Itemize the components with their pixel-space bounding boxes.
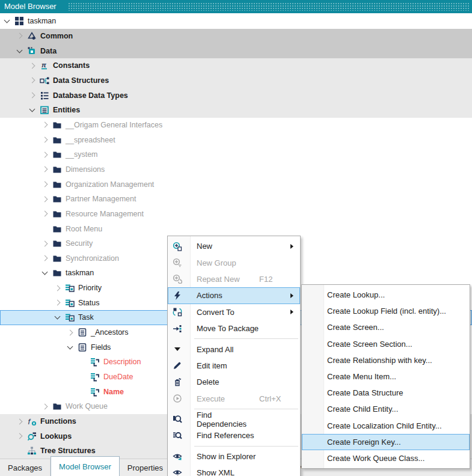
folder-icon bbox=[52, 401, 62, 411]
actions-submenu: Create Lookup...Create Lookup Field (inc… bbox=[301, 284, 470, 469]
submenu-item-label: Create Data Structure bbox=[327, 388, 403, 397]
tree-item-entities[interactable]: Entities bbox=[0, 103, 472, 118]
menu-item-actions[interactable]: Actions bbox=[168, 287, 300, 304]
submenu-item-create-lookup[interactable]: Create Lookup... bbox=[302, 287, 470, 303]
chevron-right-icon[interactable] bbox=[42, 151, 48, 157]
menu-item-move-to-package[interactable]: Move To Package bbox=[168, 320, 300, 337]
tree-item-database-data-types[interactable]: Database Data Types bbox=[0, 88, 472, 103]
expander-slot bbox=[16, 34, 27, 38]
chevron-right-icon[interactable] bbox=[42, 182, 48, 188]
menu-item-icon-slot bbox=[168, 291, 190, 301]
chevron-right-icon[interactable] bbox=[55, 285, 61, 291]
chevron-right-icon[interactable] bbox=[67, 329, 73, 335]
tree-item-label: taskman bbox=[66, 269, 94, 277]
tree-item-origam-general-interfaces[interactable]: __Origam General Interfaces bbox=[0, 118, 472, 133]
chevron-right-icon[interactable] bbox=[42, 122, 48, 128]
submenu-item-create-work-queue-class[interactable]: Create Work Queue Class... bbox=[302, 450, 470, 466]
chevron-down-icon[interactable] bbox=[29, 106, 35, 112]
tree-item-label: Fields bbox=[91, 343, 111, 352]
submenu-item-create-child-entity[interactable]: Create Child Entity... bbox=[302, 401, 470, 417]
chevron-down-icon[interactable] bbox=[17, 47, 23, 53]
menu-item-delete[interactable]: Delete bbox=[168, 374, 300, 390]
menu-item-edit-item[interactable]: Edit item bbox=[168, 358, 300, 374]
tree-item-partner-management[interactable]: Partner Management bbox=[0, 192, 472, 207]
chevron-right-icon[interactable] bbox=[42, 196, 48, 202]
constants-icon: π bbox=[40, 61, 49, 70]
submenu-item-create-lookup-field-incl-entity[interactable]: Create Lookup Field (incl. entity)... bbox=[302, 303, 470, 319]
tree-item-taskman[interactable]: taskman bbox=[0, 14, 472, 29]
tree-item-resource-management[interactable]: Resource Management bbox=[0, 207, 472, 222]
menu-item-label: Repeat New bbox=[197, 275, 259, 284]
database-data-types-icon bbox=[40, 91, 49, 100]
expander-slot bbox=[67, 346, 78, 349]
submenu-item-create-screen[interactable]: Create Screen... bbox=[302, 319, 470, 335]
submenu-item-label: Create Foreign Key... bbox=[327, 438, 401, 447]
field-icon bbox=[90, 357, 100, 367]
chevron-right-icon[interactable] bbox=[42, 240, 48, 246]
tab-properties[interactable]: Properties bbox=[120, 459, 171, 476]
chevron-right-icon[interactable] bbox=[42, 211, 48, 217]
menu-item-label: Show in Explorer bbox=[197, 452, 259, 461]
menu-item-label: Execute bbox=[197, 394, 259, 403]
menu-item-icon-slot bbox=[168, 274, 190, 284]
tree-item-common[interactable]: Common bbox=[0, 29, 472, 44]
menu-item-show-in-explorer[interactable]: Show in Explorer bbox=[168, 448, 300, 465]
menu-item-icon-slot bbox=[168, 307, 190, 317]
submenu-item-create-relationship-with-key[interactable]: Create Relationship with key... bbox=[302, 352, 470, 368]
chevron-right-icon[interactable] bbox=[42, 403, 48, 409]
tab-model-browser[interactable]: Model Browser bbox=[51, 456, 120, 476]
menu-item-label: Show XML bbox=[197, 468, 259, 476]
expander-slot bbox=[41, 138, 52, 142]
new-icon bbox=[173, 242, 182, 251]
tree-item-dimensions[interactable]: Dimensions bbox=[0, 162, 472, 177]
chevron-right-icon[interactable] bbox=[42, 137, 48, 143]
actions-icon bbox=[173, 291, 182, 301]
menu-item-icon-slot bbox=[168, 242, 190, 251]
submenu-item-create-foreign-key[interactable]: Create Foreign Key... bbox=[302, 434, 470, 450]
chevron-right-icon[interactable] bbox=[29, 93, 35, 99]
submenu-item-create-data-structure[interactable]: Create Data Structure bbox=[302, 385, 470, 401]
delete-icon bbox=[173, 377, 182, 387]
submenu-item-create-screen-section[interactable]: Create Screen Section... bbox=[302, 336, 470, 352]
menu-item-show-xml[interactable]: Show XML bbox=[168, 465, 300, 476]
tree-item-system[interactable]: __system bbox=[0, 147, 472, 162]
tree-item-label: Resource Management bbox=[66, 210, 144, 218]
menu-separator bbox=[194, 446, 298, 447]
menu-item-new[interactable]: New bbox=[168, 238, 300, 254]
expander-slot bbox=[54, 286, 65, 290]
submenu-item-label: Create Lookup Field (incl. entity)... bbox=[327, 307, 446, 316]
chevron-down-icon[interactable] bbox=[67, 343, 73, 349]
chevron-right-icon[interactable] bbox=[17, 433, 23, 439]
submenu-item-create-menu-item[interactable]: Create Menu Item... bbox=[302, 368, 470, 385]
repeat-new-icon bbox=[173, 274, 182, 284]
chevron-down-icon[interactable] bbox=[4, 17, 10, 23]
menu-item-find-references[interactable]: Find References bbox=[168, 427, 300, 444]
expander-slot bbox=[16, 420, 27, 424]
menu-item-find-dependencies[interactable]: Find Dependencies bbox=[168, 411, 300, 427]
menu-item-convert-to[interactable]: Convert To bbox=[168, 304, 300, 320]
tree-item-data[interactable]: Data bbox=[0, 43, 472, 58]
submenu-item-create-localization-child-entity[interactable]: Create Localization Child Entity... bbox=[302, 418, 470, 434]
chevron-right-icon[interactable] bbox=[29, 78, 35, 84]
tree-item-spreadsheet[interactable]: __spreadsheet bbox=[0, 132, 472, 147]
chevron-right-icon[interactable] bbox=[42, 166, 48, 172]
show-xml-icon bbox=[173, 468, 182, 476]
tree-item-data-structures[interactable]: Data Structures bbox=[0, 73, 472, 88]
tree-item-constants[interactable]: πConstants bbox=[0, 58, 472, 73]
menu-item-icon-slot bbox=[168, 451, 190, 461]
menu-item-expand-all[interactable]: Expand All bbox=[168, 341, 300, 357]
chevron-down-icon[interactable] bbox=[55, 314, 61, 320]
chevron-down-icon[interactable] bbox=[42, 269, 48, 275]
folder-icon bbox=[52, 224, 62, 234]
tab-packages[interactable]: Packages bbox=[0, 459, 51, 476]
doc-icon bbox=[78, 343, 87, 352]
tree-item-organization-management[interactable]: Organization Management bbox=[0, 177, 472, 192]
model-browser-panel: Model Browser taskmanCommonDataπConstant… bbox=[0, 0, 472, 476]
chevron-right-icon[interactable] bbox=[42, 255, 48, 261]
menu-item-icon-slot bbox=[168, 258, 190, 267]
chevron-right-icon[interactable] bbox=[17, 33, 23, 39]
chevron-right-icon[interactable] bbox=[17, 418, 23, 424]
chevron-right-icon[interactable] bbox=[29, 63, 35, 69]
tree-item-root-menu[interactable]: Root Menu bbox=[0, 221, 472, 236]
chevron-right-icon[interactable] bbox=[55, 300, 61, 306]
